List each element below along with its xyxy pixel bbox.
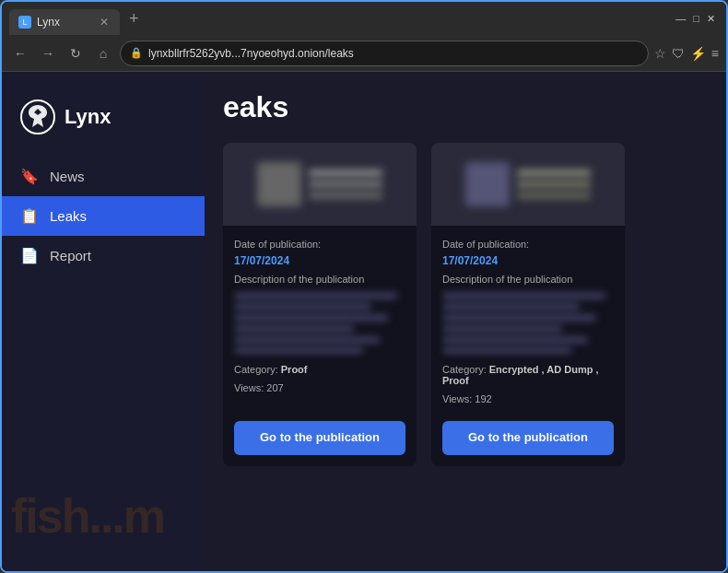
sidebar: Lynx 🔖 News 📋 Leaks 📄 Report fish...m xyxy=(2,72,205,571)
address-bar: ← → ↻ ⌂ 🔒 lynxbllrfr5262yvb...7nyoeohyd.… xyxy=(2,35,726,72)
refresh-button[interactable]: ↻ xyxy=(65,46,87,61)
lock-icon: 🔒 xyxy=(130,47,143,59)
shield-icon[interactable]: 🛡 xyxy=(672,46,685,61)
leaks-icon: 📋 xyxy=(20,207,39,225)
tab-title: Lynx xyxy=(37,16,92,29)
card-2-desc-label: Description of the publication xyxy=(442,274,614,285)
card-1-date-label: Date of publication: 17/07/2024 xyxy=(234,235,405,268)
browser-content: Lynx 🔖 News 📋 Leaks 📄 Report fish...m ea… xyxy=(2,72,726,571)
main-content: eaks xyxy=(205,72,726,571)
card-1-desc-text xyxy=(234,290,405,355)
forward-button[interactable]: → xyxy=(37,46,59,61)
card-2-image xyxy=(431,143,625,226)
window-controls: — □ ✕ xyxy=(675,13,719,25)
card-2-date-value: 17/07/2024 xyxy=(442,254,498,267)
leak-card-1: Date of publication: 17/07/2024 Descript… xyxy=(223,143,417,466)
browser-tab[interactable]: L Lynx ✕ xyxy=(9,9,120,35)
logo-text: Lynx xyxy=(65,105,112,129)
address-bar-actions: ☆ 🛡 ⚡ ≡ xyxy=(654,46,719,61)
bookmark-icon[interactable]: ☆ xyxy=(654,46,666,61)
tab-favicon: L xyxy=(18,16,31,29)
close-button[interactable]: ✕ xyxy=(707,13,715,25)
tab-bar: L Lynx ✕ + — □ ✕ xyxy=(2,2,726,35)
minimize-button[interactable]: — xyxy=(675,13,686,25)
address-text: lynxbllrfr5262yvb...7nyoeohyd.onion/leak… xyxy=(148,47,354,60)
card-1-image xyxy=(223,143,417,226)
sidebar-label-report: Report xyxy=(50,248,91,263)
watermark: fish...m xyxy=(11,488,164,544)
leak-card-2: Date of publication: 17/07/2024 Descript… xyxy=(431,143,625,466)
sidebar-label-leaks: Leaks xyxy=(50,208,87,224)
card-1-views: Views: 207 xyxy=(234,382,405,393)
card-1-category: Category: Proof xyxy=(234,364,405,375)
home-button[interactable]: ⌂ xyxy=(92,46,114,61)
page-title: eaks xyxy=(223,90,708,124)
news-icon: 🔖 xyxy=(20,168,39,185)
new-tab-button[interactable]: + xyxy=(123,9,145,29)
card-1-body: Date of publication: 17/07/2024 Descript… xyxy=(223,226,417,414)
report-icon: 📄 xyxy=(20,247,39,264)
card-1-date-value: 17/07/2024 xyxy=(234,254,289,267)
sidebar-item-news[interactable]: 🔖 News xyxy=(2,157,205,196)
cards-container: Date of publication: 17/07/2024 Descript… xyxy=(223,143,708,466)
extension-icon[interactable]: ⚡ xyxy=(690,46,706,61)
card-2-views: Views: 192 xyxy=(442,393,614,404)
maximize-button[interactable]: □ xyxy=(693,13,699,25)
card-2-category: Category: Encrypted , AD Dump , Proof xyxy=(442,364,614,386)
sidebar-item-report[interactable]: 📄 Report xyxy=(2,236,205,275)
logo-icon xyxy=(20,99,55,134)
card-2-body: Date of publication: 17/07/2024 Descript… xyxy=(431,226,625,414)
browser-window: L Lynx ✕ + — □ ✕ ← → ↻ ⌂ 🔒 lynxbllrfr526… xyxy=(0,0,728,573)
card-2-date-label: Date of publication: 17/07/2024 xyxy=(442,235,614,268)
card-2-publication-button[interactable]: Go to the publication xyxy=(442,421,614,455)
card-1-desc-label: Description of the publication xyxy=(234,274,405,285)
sidebar-label-news: News xyxy=(50,169,85,184)
tab-close-button[interactable]: ✕ xyxy=(98,14,111,30)
sidebar-item-leaks[interactable]: 📋 Leaks xyxy=(2,196,205,236)
card-1-publication-button[interactable]: Go to the publication xyxy=(234,421,405,455)
back-button[interactable]: ← xyxy=(9,46,31,61)
card-2-desc-text xyxy=(442,290,614,355)
address-input[interactable]: 🔒 lynxbllrfr5262yvb...7nyoeohyd.onion/le… xyxy=(120,41,649,66)
menu-icon[interactable]: ≡ xyxy=(711,46,719,61)
sidebar-logo: Lynx xyxy=(2,90,205,157)
